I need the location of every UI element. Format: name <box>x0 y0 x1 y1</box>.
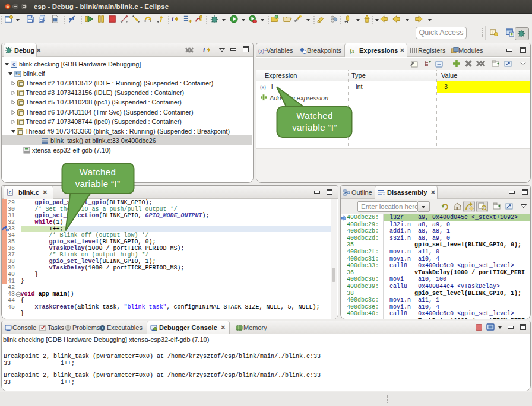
svg-text:(x)=: (x)= <box>260 84 269 90</box>
svg-text:fx: fx <box>350 47 354 54</box>
svg-text:i: i <box>203 46 205 53</box>
svg-text:(x)=: (x)= <box>258 48 267 54</box>
svg-text:i: i <box>172 15 174 23</box>
